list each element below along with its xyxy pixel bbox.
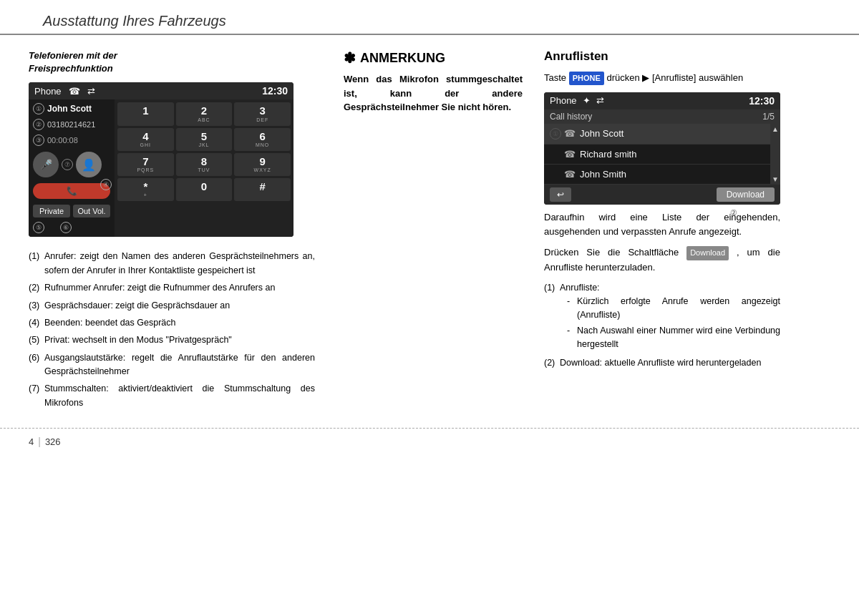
phone-number: 03180214621	[47, 120, 95, 129]
back-button[interactable]: ↩	[550, 187, 571, 202]
circle-1: ①	[33, 103, 44, 114]
key-5[interactable]: 5 JKL	[176, 128, 233, 151]
phone-title: Phone	[34, 86, 62, 97]
phone2-contact-1[interactable]: ① ☎ John Scott	[544, 124, 780, 145]
contact-name-2: Richard smith	[580, 149, 636, 160]
left-description-list: (1) Anrufer: zeigt den Namen des anderen…	[29, 250, 315, 410]
taste-text-before: Taste	[544, 72, 566, 83]
key-0[interactable]: 0	[176, 178, 233, 201]
avatar: 👤	[76, 152, 102, 177]
right-sub-list-1: - Kürzlich erfolgte Anrufe werden angeze…	[567, 295, 780, 352]
page-header-title: Ausstattung Ihres Fahrzeugs	[43, 13, 816, 29]
end-call-button[interactable]: 📞	[33, 183, 110, 199]
phone-icon-1: ☎	[564, 128, 576, 139]
caller-name: John Scott	[47, 104, 92, 114]
page-number: 4	[29, 436, 34, 447]
page-total: 326	[45, 436, 61, 447]
phone2-footer: ↩ Download	[544, 185, 780, 205]
phone-status-bar: Phone ☎ ⇄ 12:30	[29, 82, 293, 99]
key-4[interactable]: 4 GHI	[117, 128, 174, 151]
key-9[interactable]: 9 WXYZ	[234, 153, 291, 176]
key-star[interactable]: * +	[117, 178, 174, 201]
keypad-grid: 1 2 ABC 3 DEF 4 GHI	[117, 102, 291, 201]
key-hash[interactable]: #	[234, 178, 291, 201]
phone2-title: Phone	[550, 95, 577, 106]
right-desc-1: Daraufhin wird eine Liste der eingehende…	[544, 210, 780, 240]
bluetooth-icon: ✦	[583, 95, 591, 106]
circle-7: ⑦	[62, 159, 73, 170]
call-history-label: Call history	[550, 112, 592, 122]
annotation-2: ②	[730, 208, 737, 217]
end-call-row: 📞 ④	[33, 183, 110, 199]
call-history-page: 1/5	[762, 112, 775, 122]
phone2-status-bar: Phone ✦ ⇄ 12:30	[544, 92, 780, 109]
usb-icon: ⇄	[87, 86, 95, 97]
list-item: (6) Ausgangslautstärke: regelt die Anruf…	[29, 351, 315, 379]
page-content: Telefonieren mit der Freisprechfunktion …	[0, 49, 859, 414]
phone-body: ① John Scott ② 03180214621 ③ 00:00:08	[29, 99, 293, 237]
asterisk-icon: ✽	[344, 49, 356, 67]
contact-name-3: John Smith	[580, 169, 626, 180]
phone-icon: ☎	[69, 86, 80, 97]
page-footer: 4 | 326	[0, 428, 859, 454]
phone2-contact-3[interactable]: ☎ John Smith	[544, 165, 780, 185]
circle-6: ⑥	[60, 222, 72, 233]
list-item: (1) Anrufer: zeigt den Namen des anderen…	[29, 250, 315, 278]
right-sub-item: - Nach Auswahl einer Nummer wird eine Ve…	[567, 324, 780, 352]
contact-name-1: John Scott	[580, 128, 623, 139]
phone-duration: 00:00:08	[47, 136, 78, 145]
circle-5: ⑤	[33, 222, 44, 233]
phone-duration-row: ③ 00:00:08	[33, 135, 110, 146]
scrollbar[interactable]: ▲ ▼	[770, 124, 780, 185]
mute-avatar-row: 🎤 ⑦ 👤	[33, 152, 110, 177]
caller-name-row: ① John Scott	[33, 103, 110, 114]
list-item: (5) Privat: wechselt in den Modus "Priva…	[29, 333, 315, 347]
key-8[interactable]: 8 TUV	[176, 153, 233, 176]
list-item: (3) Gesprächsdauer: zeigt die Gesprächsd…	[29, 299, 315, 313]
phone2-time: 12:30	[749, 95, 775, 107]
key-2[interactable]: 2 ABC	[176, 102, 233, 125]
phone-keypad: 1 2 ABC 3 DEF 4 GHI	[115, 99, 293, 237]
download-badge: Download	[686, 246, 729, 260]
phone-ui-2: Phone ✦ ⇄ 12:30 Call history 1/5 ① ☎	[544, 92, 780, 205]
right-column: Anruflisten Taste PHONE drücken ▶ [Anruf…	[537, 49, 780, 414]
right-desc-2: Drücken Sie die Schaltfläche Download , …	[544, 245, 780, 275]
key-3[interactable]: 3 DEF	[234, 102, 291, 125]
desc-text-pre: Drücken Sie die Schaltfläche	[544, 247, 679, 258]
btn-annotations: ⑤ ⑥	[33, 220, 110, 233]
middle-column: ✽ ANMERKUNG Wenn das Mikrofon stummgesch…	[329, 49, 537, 414]
list-item: (2) Rufnummer Anrufer: zeigt die Rufnumm…	[29, 281, 315, 295]
phone2-header-bar: Call history 1/5	[544, 109, 780, 124]
phone-left-controls: ① John Scott ② 03180214621 ③ 00:00:08	[29, 99, 115, 237]
page-divider: |	[38, 436, 41, 447]
right-sub-item: - Kürzlich erfolgte Anrufe werden angeze…	[567, 295, 780, 323]
anmerkung-label: ANMERKUNG	[360, 51, 445, 66]
circle-3: ③	[33, 135, 44, 146]
scroll-down-icon: ▼	[772, 175, 779, 183]
list-item: (4) Beenden: beendet das Gespräch	[29, 316, 315, 330]
right-list-item-1: (1) Anrufliste: - Kürzlich erfolgte Anru…	[544, 281, 780, 353]
right-section-title: Anruflisten	[544, 49, 780, 64]
phone-bottom-buttons: Private Out Vol.	[33, 205, 110, 217]
phone-ui-2-wrapper: Phone ✦ ⇄ 12:30 Call history 1/5 ① ☎	[544, 92, 780, 205]
circle-2: ②	[33, 119, 44, 130]
back-icon: ↩	[557, 190, 564, 200]
right-list-item-2: (2) Download: aktuelle Anrufliste wird h…	[544, 356, 780, 370]
private-button[interactable]: Private	[33, 205, 70, 217]
circle-1-right: ①	[550, 128, 561, 140]
scroll-up-icon: ▲	[772, 125, 779, 133]
phone2-contact-2[interactable]: ☎ Richard smith	[544, 145, 780, 165]
key-1[interactable]: 1	[117, 102, 174, 125]
mute-icon[interactable]: 🎤	[33, 152, 59, 177]
key-7[interactable]: 7 PQRS	[117, 153, 174, 176]
anmerkung-box: ✽ ANMERKUNG Wenn das Mikrofon stummgesch…	[344, 49, 523, 114]
key-6[interactable]: 6 MNO	[234, 128, 291, 151]
phone-badge: PHONE	[569, 72, 604, 85]
taste-text-drucken: drücken ▶ [Anrufliste] auswählen	[606, 72, 743, 83]
download-button[interactable]: Download	[717, 187, 775, 202]
page-header: Ausstattung Ihres Fahrzeugs	[0, 0, 859, 35]
usb2-icon: ⇄	[596, 95, 604, 106]
phone-icon-3: ☎	[564, 169, 576, 180]
phone-ui-1: Phone ☎ ⇄ 12:30 ① John Scott ②	[29, 82, 293, 237]
outvol-button[interactable]: Out Vol.	[73, 205, 110, 217]
